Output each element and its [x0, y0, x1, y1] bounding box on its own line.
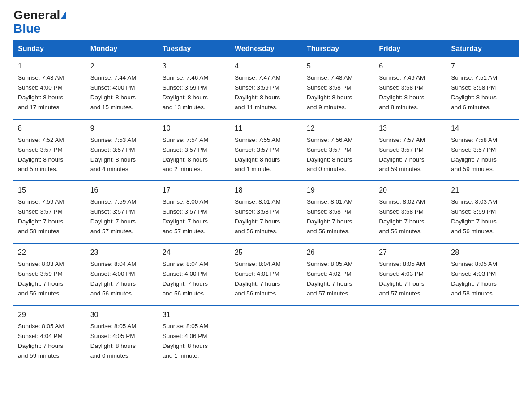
calendar-cell: 14Sunrise: 7:58 AMSunset: 3:57 PMDayligh…	[446, 119, 519, 181]
calendar-cell: 17Sunrise: 8:00 AMSunset: 3:57 PMDayligh…	[158, 181, 230, 243]
calendar-cell: 4Sunrise: 7:47 AMSunset: 3:59 PMDaylight…	[230, 57, 302, 119]
calendar-cell: 27Sunrise: 8:05 AMSunset: 4:03 PMDayligh…	[374, 243, 446, 305]
calendar-cell: 21Sunrise: 8:03 AMSunset: 3:59 PMDayligh…	[446, 181, 519, 243]
day-number: 13	[379, 123, 442, 134]
day-info: Sunrise: 7:44 AMSunset: 4:00 PMDaylight:…	[90, 74, 137, 111]
day-info: Sunrise: 7:53 AMSunset: 3:57 PMDaylight:…	[90, 137, 137, 173]
day-info: Sunrise: 7:57 AMSunset: 3:57 PMDaylight:…	[379, 137, 425, 173]
day-number: 2	[90, 61, 153, 72]
day-info: Sunrise: 8:05 AMSunset: 4:03 PMDaylight:…	[379, 261, 425, 297]
weekday-header-friday: Friday	[374, 40, 446, 57]
day-info: Sunrise: 7:52 AMSunset: 3:57 PMDaylight:…	[18, 137, 64, 173]
day-info: Sunrise: 8:05 AMSunset: 4:02 PMDaylight:…	[307, 261, 353, 297]
logo-triangle-icon	[61, 12, 66, 19]
day-number: 5	[307, 61, 369, 72]
calendar-cell: 22Sunrise: 8:03 AMSunset: 3:59 PMDayligh…	[13, 243, 86, 305]
calendar-cell: 24Sunrise: 8:04 AMSunset: 4:00 PMDayligh…	[158, 243, 230, 305]
day-number: 24	[163, 247, 225, 258]
day-info: Sunrise: 7:59 AMSunset: 3:57 PMDaylight:…	[90, 198, 137, 235]
logo-general: General	[13, 9, 60, 21]
day-number: 23	[90, 247, 153, 258]
calendar-cell: 10Sunrise: 7:54 AMSunset: 3:57 PMDayligh…	[158, 119, 230, 181]
header: General Blue	[13, 9, 519, 36]
day-info: Sunrise: 7:47 AMSunset: 3:59 PMDaylight:…	[235, 74, 281, 111]
day-info: Sunrise: 7:48 AMSunset: 3:58 PMDaylight:…	[307, 74, 353, 111]
week-row-1: 1Sunrise: 7:43 AMSunset: 4:00 PMDaylight…	[13, 57, 519, 119]
week-row-3: 15Sunrise: 7:59 AMSunset: 3:57 PMDayligh…	[13, 181, 519, 243]
day-number: 7	[451, 61, 514, 72]
calendar-cell: 6Sunrise: 7:49 AMSunset: 3:58 PMDaylight…	[374, 57, 446, 119]
calendar-table: SundayMondayTuesdayWednesdayThursdayFrid…	[13, 40, 519, 367]
calendar-cell: 15Sunrise: 7:59 AMSunset: 3:57 PMDayligh…	[13, 181, 86, 243]
day-number: 29	[18, 309, 81, 320]
day-info: Sunrise: 7:51 AMSunset: 3:58 PMDaylight:…	[451, 74, 497, 111]
week-row-4: 22Sunrise: 8:03 AMSunset: 3:59 PMDayligh…	[13, 243, 519, 305]
logo: General Blue	[13, 9, 66, 36]
calendar-cell: 29Sunrise: 8:05 AMSunset: 4:04 PMDayligh…	[13, 305, 86, 367]
calendar-cell	[446, 305, 519, 367]
day-number: 20	[379, 185, 442, 196]
weekday-header-wednesday: Wednesday	[230, 40, 302, 57]
day-info: Sunrise: 8:05 AMSunset: 4:03 PMDaylight:…	[451, 261, 497, 297]
calendar-cell: 1Sunrise: 7:43 AMSunset: 4:00 PMDaylight…	[13, 57, 86, 119]
day-number: 14	[451, 123, 514, 134]
calendar-cell: 11Sunrise: 7:55 AMSunset: 3:57 PMDayligh…	[230, 119, 302, 181]
weekday-header-sunday: Sunday	[13, 40, 86, 57]
day-number: 3	[163, 61, 225, 72]
day-info: Sunrise: 7:56 AMSunset: 3:57 PMDaylight:…	[307, 137, 353, 173]
day-number: 19	[307, 185, 369, 196]
day-number: 21	[451, 185, 514, 196]
day-number: 18	[235, 185, 297, 196]
day-info: Sunrise: 7:54 AMSunset: 3:57 PMDaylight:…	[163, 137, 209, 173]
day-number: 30	[90, 309, 153, 320]
day-info: Sunrise: 8:00 AMSunset: 3:57 PMDaylight:…	[163, 198, 209, 235]
calendar-cell: 9Sunrise: 7:53 AMSunset: 3:57 PMDaylight…	[86, 119, 158, 181]
calendar-cell: 16Sunrise: 7:59 AMSunset: 3:57 PMDayligh…	[86, 181, 158, 243]
day-number: 17	[163, 185, 225, 196]
day-number: 1	[18, 61, 81, 72]
day-info: Sunrise: 8:04 AMSunset: 4:00 PMDaylight:…	[90, 261, 137, 297]
calendar-cell: 20Sunrise: 8:02 AMSunset: 3:58 PMDayligh…	[374, 181, 446, 243]
day-info: Sunrise: 8:02 AMSunset: 3:58 PMDaylight:…	[379, 198, 425, 235]
day-info: Sunrise: 8:03 AMSunset: 3:59 PMDaylight:…	[18, 261, 64, 297]
calendar-cell: 2Sunrise: 7:44 AMSunset: 4:00 PMDaylight…	[86, 57, 158, 119]
day-number: 8	[18, 123, 81, 134]
day-number: 25	[235, 247, 297, 258]
calendar-cell: 18Sunrise: 8:01 AMSunset: 3:58 PMDayligh…	[230, 181, 302, 243]
calendar-cell: 5Sunrise: 7:48 AMSunset: 3:58 PMDaylight…	[302, 57, 374, 119]
calendar-cell: 30Sunrise: 8:05 AMSunset: 4:05 PMDayligh…	[86, 305, 158, 367]
day-info: Sunrise: 7:59 AMSunset: 3:57 PMDaylight:…	[18, 198, 64, 235]
day-info: Sunrise: 7:46 AMSunset: 3:59 PMDaylight:…	[163, 74, 209, 111]
day-number: 16	[90, 185, 153, 196]
logo-blue: Blue	[13, 21, 41, 36]
day-number: 26	[307, 247, 369, 258]
calendar-cell: 23Sunrise: 8:04 AMSunset: 4:00 PMDayligh…	[86, 243, 158, 305]
day-info: Sunrise: 8:05 AMSunset: 4:04 PMDaylight:…	[18, 323, 64, 359]
calendar-cell: 31Sunrise: 8:05 AMSunset: 4:06 PMDayligh…	[158, 305, 230, 367]
day-number: 12	[307, 123, 369, 134]
calendar-cell	[374, 305, 446, 367]
day-number: 11	[235, 123, 297, 134]
day-info: Sunrise: 7:58 AMSunset: 3:57 PMDaylight:…	[451, 137, 497, 173]
calendar-cell: 12Sunrise: 7:56 AMSunset: 3:57 PMDayligh…	[302, 119, 374, 181]
calendar-cell	[230, 305, 302, 367]
calendar-cell: 19Sunrise: 8:01 AMSunset: 3:58 PMDayligh…	[302, 181, 374, 243]
day-info: Sunrise: 8:04 AMSunset: 4:01 PMDaylight:…	[235, 261, 281, 297]
day-info: Sunrise: 8:01 AMSunset: 3:58 PMDaylight:…	[307, 198, 353, 235]
weekday-header-tuesday: Tuesday	[158, 40, 230, 57]
day-number: 15	[18, 185, 81, 196]
calendar-cell: 26Sunrise: 8:05 AMSunset: 4:02 PMDayligh…	[302, 243, 374, 305]
calendar-cell: 8Sunrise: 7:52 AMSunset: 3:57 PMDaylight…	[13, 119, 86, 181]
day-number: 4	[235, 61, 297, 72]
day-info: Sunrise: 7:43 AMSunset: 4:00 PMDaylight:…	[18, 74, 64, 111]
day-number: 22	[18, 247, 81, 258]
weekday-header-thursday: Thursday	[302, 40, 374, 57]
day-info: Sunrise: 8:04 AMSunset: 4:00 PMDaylight:…	[163, 261, 209, 297]
calendar-cell: 25Sunrise: 8:04 AMSunset: 4:01 PMDayligh…	[230, 243, 302, 305]
calendar-cell: 13Sunrise: 7:57 AMSunset: 3:57 PMDayligh…	[374, 119, 446, 181]
day-number: 31	[163, 309, 225, 320]
weekday-header-monday: Monday	[86, 40, 158, 57]
day-number: 27	[379, 247, 442, 258]
day-info: Sunrise: 8:01 AMSunset: 3:58 PMDaylight:…	[235, 198, 281, 235]
day-info: Sunrise: 8:05 AMSunset: 4:06 PMDaylight:…	[163, 323, 209, 359]
